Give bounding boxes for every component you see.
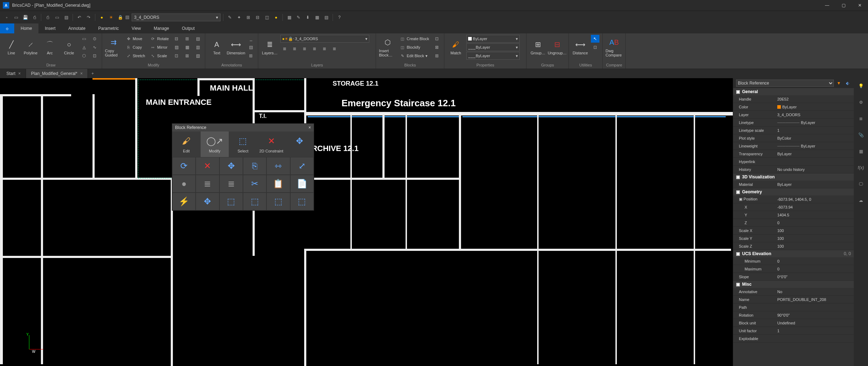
sun-icon[interactable]: ☀ [107,14,115,21]
pickset-icon[interactable]: ⬖ [844,80,851,87]
add-tab-button[interactable]: + [88,69,97,78]
draw-tool-icon[interactable]: ∿ [90,43,99,51]
settings-icon[interactable]: ⚙ [856,97,866,107]
prop-section-header[interactable]: ▣ Misc [733,281,854,288]
quad-tool-layer2[interactable]: ≣ [219,175,243,193]
help-icon[interactable]: ? [335,14,343,21]
ungroup-button[interactable]: ⊟Ungroup… [549,35,566,60]
modify-tool-icon[interactable]: ▨ [172,43,181,51]
prop-section-header[interactable]: ▣ Geometry [733,188,854,195]
prop-row[interactable]: Plot styleByColor [733,134,854,142]
prop-row[interactable]: Linetype────────ByLayer [733,119,854,127]
polyline-button[interactable]: ⟋Polyline [22,35,39,60]
filter-icon[interactable]: ▼ [835,80,842,87]
prop-row[interactable]: Rotation90°0'0" [733,311,854,319]
prop-section-header[interactable]: ▣ General [733,88,854,95]
layer-tool-icon[interactable]: ≣ [320,45,329,53]
prop-row[interactable]: ColorByLayer [733,103,854,111]
quad-tool-delete[interactable]: ✕ [196,157,219,175]
close-button[interactable]: ✕ [852,0,868,11]
saveas-icon[interactable]: ⎙ [31,14,38,21]
quad-tool-arrows[interactable]: ✥ [196,193,219,210]
lock-icon[interactable]: 🔒 [116,14,124,21]
prop-row[interactable]: NamePORTE_DOUBLE_INT_208 [733,296,854,303]
annot-tool-icon[interactable]: ▤ [247,43,255,51]
new-icon[interactable]: ▫ [3,14,11,21]
publish-icon[interactable]: ▤ [62,14,70,21]
arc-button[interactable]: ⌒Arc [41,35,58,60]
circle-button[interactable]: ○Circle [60,35,78,60]
bulb-icon[interactable]: 💡 [856,81,866,91]
ribbon-tab-parametric[interactable]: Parametric [92,23,125,33]
prop-row[interactable]: Lineweight────────ByLayer [733,142,854,150]
line-button[interactable]: ╱Line [3,35,20,60]
block-tool-icon[interactable]: ⊞ [433,52,441,60]
prop-linetype-drop[interactable]: ⎯⎯⎯ ByLayer▾ [466,43,520,51]
rotate-button[interactable]: ⟳Rotate [149,35,170,43]
quad-close-icon[interactable]: × [308,125,311,130]
layer-drop-ribbon[interactable]: ● ☀ 🔒 3_4_DOORS▾ [280,35,369,43]
util-tool-icon[interactable]: ⊡ [591,43,599,51]
quad-tool-bolt[interactable]: ⚡ [172,193,196,210]
layer-tool-icon[interactable]: ≣ [330,45,339,53]
quad-tab-select[interactable]: ⬚Select [229,131,257,157]
prop-section-header[interactable]: ▣ UCS Elevation 0, 0 [733,250,854,257]
close-icon[interactable]: × [80,71,83,76]
block-tool-icon[interactable]: ⊡ [433,35,441,43]
dwg-compare-button[interactable]: ABDwg Compare [605,35,623,60]
bulb-icon[interactable]: ● [98,14,106,21]
modify-tool-icon[interactable]: ⊡ [172,52,181,60]
ribbon-tab-view[interactable]: View [125,23,147,33]
quad-tool-rotate[interactable]: ⟳ [172,157,196,175]
prop-row[interactable]: Scale Z100 [733,242,854,250]
block-tool-icon[interactable]: ⊠ [433,43,441,51]
stretch-button[interactable]: ⤢Stretch [124,52,147,60]
tool-icon[interactable]: ▦ [285,14,293,21]
file-tab-start[interactable]: Start× [1,69,26,78]
prop-row[interactable]: Minimum0 [733,257,854,265]
prop-row[interactable]: Hyperlink [733,158,854,166]
prop-row[interactable]: Path [733,303,854,311]
layer-tool-icon[interactable]: ≣ [280,45,289,53]
prop-row[interactable]: Layer3_4_DOORS [733,111,854,119]
prop-lineweight-drop[interactable]: ⎯⎯⎯ ByLayer▾ [466,52,520,60]
mirror-button[interactable]: ⇿Mirror [149,43,170,51]
open-icon[interactable]: ▭ [12,14,20,21]
quad-tool-sq2[interactable]: ⬚ [243,193,266,210]
tool-icon[interactable]: ▦ [313,14,321,21]
ribbon-tab-manage[interactable]: Manage [147,23,175,33]
insert-block-button[interactable]: ⬡Insert Block… [379,35,396,60]
prop-row[interactable]: Explodable [733,335,854,343]
blockify-button[interactable]: ◫Blockify [398,43,430,51]
redo-icon[interactable]: ↷ [85,14,92,21]
layer-tool-icon[interactable]: ≣ [290,45,299,53]
tool-icon[interactable]: ⊞ [244,14,252,21]
prop-row[interactable]: Scale X100 [733,227,854,235]
ribbon-tab-output[interactable]: Output [175,23,201,33]
tool-icon[interactable]: ✎ [295,14,302,21]
maximize-button[interactable]: ▢ [835,0,852,11]
text-button[interactable]: AText [208,35,225,60]
attach-icon[interactable]: 📎 [856,130,866,140]
quad-tool-mirror[interactable]: ⇿ [266,157,290,175]
prop-row[interactable]: X-6073.94 [733,203,854,211]
preview-icon[interactable]: ▭ [53,14,61,21]
quad-tool-sq4[interactable]: ⬚ [290,193,314,210]
modify-tool-icon[interactable]: ▦ [183,43,191,51]
tool-icon[interactable]: ✎ [226,14,234,21]
draw-tool-icon[interactable]: ⬡ [80,52,88,60]
modify-tool-icon[interactable]: ▥ [194,43,202,51]
prop-section-header[interactable]: ▣ 3D Visualization [733,173,854,181]
quad-tool-sq1[interactable]: ⬚ [219,193,243,210]
prop-row[interactable]: Handle20E52 [733,95,854,103]
prop-row[interactable]: HistoryNo undo history [733,166,854,173]
quad-tool-move[interactable]: ✥ [219,157,243,175]
quad-tool-paste[interactable]: 📋 [266,175,290,193]
edit-block-button[interactable]: ✎Edit Block ▾ [398,52,430,60]
save-icon[interactable]: 💾 [21,14,29,21]
draw-tool-icon[interactable]: ◬ [80,43,88,51]
minimize-button[interactable]: ― [819,0,835,11]
util-tool-icon[interactable]: ↖ [591,35,599,43]
prop-row[interactable]: Block unitUndefined [733,319,854,327]
quad-tab-modify[interactable]: ◯↗Modify [201,131,229,157]
